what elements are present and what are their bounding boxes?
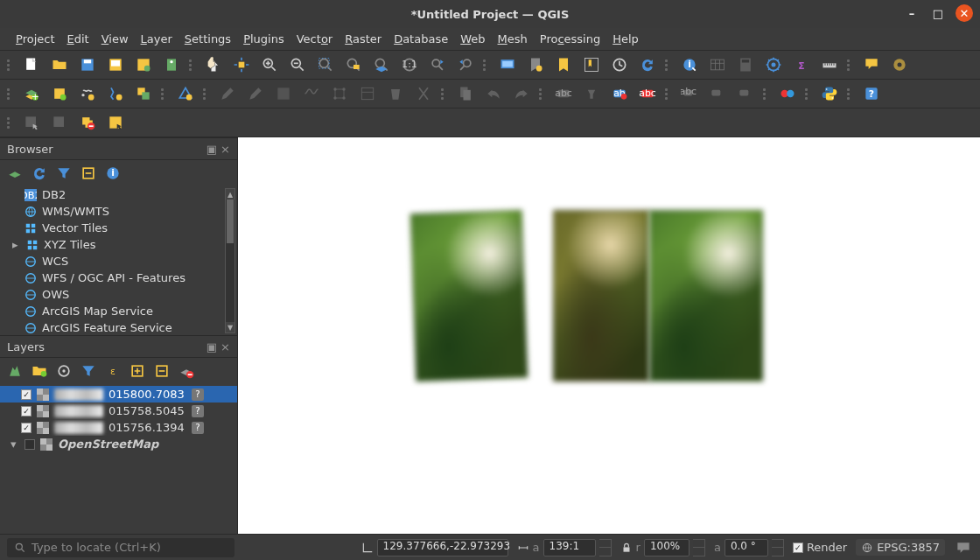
toolbar-handle[interactable] [7,53,14,76]
toolbar-handle[interactable] [441,82,448,105]
new-virtual-layer-icon[interactable] [131,81,156,106]
add-feature-icon[interactable] [271,81,296,106]
deselect-icon[interactable] [75,110,100,135]
browser-item-wfs[interactable]: WFS / OGC API - Features [0,270,237,286]
layout-manager-icon[interactable] [131,52,156,77]
new-geopackage-icon[interactable] [47,81,72,106]
menu-layer[interactable]: Layer [141,32,172,46]
new-spatial-bookmark-icon[interactable] [523,52,548,77]
toolbar-handle[interactable] [7,82,14,105]
magnifier-spinner[interactable] [693,539,705,556]
collapse-all-layers-icon[interactable] [152,361,172,381]
crs-button[interactable]: EPSG:3857 [856,539,945,556]
messages-icon[interactable] [954,538,973,557]
layer-visibility-checkbox[interactable]: ✓ [21,423,32,433]
toolbox-icon[interactable] [761,52,786,77]
layers-close-icon[interactable]: × [220,340,230,354]
layers-tree[interactable]: ✓ 015800.7083 ? ✓ 015758.5045 ? ✓ [0,384,237,534]
undo-icon[interactable] [481,81,506,106]
save-edits-icon[interactable] [243,81,268,106]
zoom-selection-icon[interactable] [341,52,366,77]
toolbar-handle[interactable] [483,53,490,76]
label-highlight-icon[interactable]: ab [607,81,632,106]
new-print-layout-icon[interactable] [103,52,128,77]
toolbar-handle[interactable] [763,82,770,105]
menu-settings[interactable]: Settings [185,32,231,46]
browser-item-ows[interactable]: OWS [0,286,237,303]
layer-info-icon[interactable]: ? [192,422,204,434]
layer-row-2[interactable]: ✓ 015756.1394 ? [0,419,237,436]
toolbar-handle[interactable] [7,111,14,134]
browser-close-icon[interactable]: × [220,143,230,156]
select-features-icon[interactable] [19,110,44,135]
zoom-next-icon[interactable] [453,52,478,77]
statistics-icon[interactable]: Σ [789,52,814,77]
style-manager-icon[interactable] [159,52,184,77]
rotation-value[interactable]: 0.0 ° [724,539,768,556]
maximize-button[interactable]: □ [929,4,947,22]
modify-attributes-icon[interactable] [355,81,380,106]
new-shapefile-icon[interactable] [75,81,100,106]
zoom-full-icon[interactable] [313,52,338,77]
cut-features-icon[interactable] [411,81,436,106]
copy-features-icon[interactable] [453,81,478,106]
browser-item-wms[interactable]: WMS/WMTS [0,203,237,220]
magnifier-value[interactable]: 100% [644,539,690,556]
toolbar-handle[interactable] [847,53,854,76]
refresh-browser-icon[interactable] [30,164,49,183]
layer-info-icon[interactable]: ? [192,388,204,401]
redo-icon[interactable] [509,81,534,106]
scale-spinner[interactable] [599,539,612,556]
browser-item-arcgis-map[interactable]: ArcGIS Map Service [0,303,237,319]
browser-item-db2[interactable]: DB2DB2 [0,186,237,203]
coordinate-value[interactable]: 129.377666,-22.973293 [377,539,508,556]
zoom-out-icon[interactable] [285,52,310,77]
menu-view[interactable]: View [102,32,129,46]
new-spatialite-icon[interactable] [103,81,128,106]
menu-mesh[interactable]: Mesh [498,32,528,46]
open-attribute-table-icon[interactable] [705,52,730,77]
layer-styling-icon[interactable] [5,361,24,381]
no-action-icon[interactable] [887,52,912,77]
label-rotate-icon[interactable] [705,81,730,106]
menu-help[interactable]: Help [612,32,639,46]
render-toggle[interactable]: ✓ Render [793,541,847,554]
zoom-in-icon[interactable] [257,52,282,77]
maptips-icon[interactable] [859,52,884,77]
toolbar-handle[interactable] [161,82,168,105]
filter-legend-icon[interactable] [79,361,98,381]
close-button[interactable]: ✕ [956,4,973,22]
label-move-icon[interactable]: abc [677,81,702,106]
measure-icon[interactable] [817,52,842,77]
browser-dock-icon[interactable]: ▣ [206,143,217,156]
manage-themes-icon[interactable] [54,361,74,381]
show-bookmark-manager-icon[interactable] [579,52,604,77]
open-project-icon[interactable] [47,52,72,77]
menu-plugins[interactable]: Plugins [243,32,284,46]
layer-row-1[interactable]: ✓ 015758.5045 ? [0,402,237,419]
remove-layer-icon[interactable] [177,361,196,381]
delete-selected-icon[interactable] [383,81,408,106]
label-pin-icon[interactable] [579,81,604,106]
menu-raster[interactable]: Raster [345,32,382,46]
vertex-tool-icon[interactable] [327,81,352,106]
layers-dock-icon[interactable]: ▣ [206,340,217,354]
properties-widget-icon[interactable]: i [103,164,122,183]
help-icon[interactable]: ? [859,81,884,106]
field-calculator-icon[interactable] [733,52,758,77]
browser-tree[interactable]: DB2DB2 WMS/WMTS Vector Tiles ▸XYZ Tiles … [0,186,237,335]
rotation-spinner[interactable] [772,539,784,556]
new-mesh-icon[interactable] [173,81,198,106]
menu-edit[interactable]: Edit [67,32,89,46]
plugin-1-icon[interactable] [775,81,800,106]
show-bookmarks-icon[interactable] [551,52,576,77]
filter-browser-icon[interactable] [54,164,74,183]
magnifier-field[interactable]: r 100% [620,539,705,556]
layer-visibility-checkbox[interactable]: ✓ [21,389,32,400]
layer-visibility-checkbox[interactable]: ✓ [21,406,32,416]
browser-item-vector-tiles[interactable]: Vector Tiles [0,220,237,236]
browser-item-xyz-tiles[interactable]: ▸XYZ Tiles [0,236,237,253]
browser-scrollbar[interactable]: ▲ ▼ [225,188,235,333]
toolbar-handle[interactable] [805,82,812,105]
coordinate-field[interactable]: 129.377666,-22.973293 [361,539,508,556]
